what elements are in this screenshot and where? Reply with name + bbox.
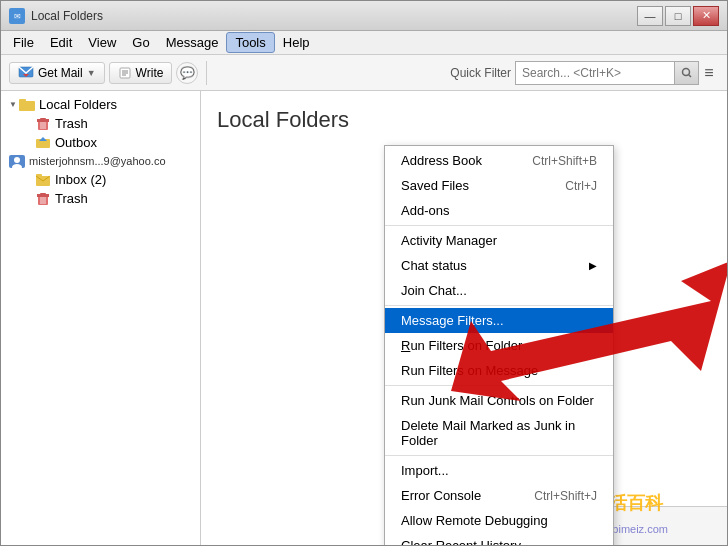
- expand-icon[interactable]: ▼: [7, 99, 19, 111]
- content-title: Local Folders: [217, 107, 711, 133]
- menu-delete-junk[interactable]: Delete Mail Marked as Junk in Folder: [385, 413, 613, 453]
- write-button[interactable]: Write: [109, 62, 173, 84]
- sidebar-item-trash-2[interactable]: Trash: [1, 189, 200, 208]
- saved-files-label: Saved Files: [401, 178, 469, 193]
- search-input[interactable]: [515, 61, 675, 85]
- outbox-icon: [35, 136, 51, 150]
- sidebar-item-inbox[interactable]: Inbox (2): [1, 170, 200, 189]
- local-folders-label: Local Folders: [39, 97, 194, 112]
- trash-1-label: Trash: [55, 116, 194, 131]
- separator-1: [385, 225, 613, 226]
- toolbar: Get Mail ▼ Write 💬 Quick Filter: [1, 55, 727, 91]
- app-icon: ✉: [9, 8, 25, 24]
- sidebar-item-outbox[interactable]: Outbox: [1, 133, 200, 152]
- saved-files-shortcut: Ctrl+J: [565, 179, 597, 193]
- title-bar: ✉ Local Folders — □ ✕: [1, 1, 727, 31]
- address-book-shortcut: Ctrl+Shift+B: [532, 154, 597, 168]
- svg-line-9: [688, 74, 691, 77]
- chat-icon: 💬: [180, 66, 195, 80]
- svg-rect-14: [40, 118, 46, 120]
- get-mail-label: Get Mail: [38, 66, 83, 80]
- menu-edit[interactable]: Edit: [42, 33, 80, 52]
- trash-2-label: Trash: [55, 191, 194, 206]
- dropdown-overlay: Address Book Ctrl+Shift+B Saved Files Ct…: [201, 145, 727, 545]
- expand-spacer: [23, 137, 35, 149]
- import-label: Import...: [401, 463, 449, 478]
- local-folders-icon: [19, 98, 35, 112]
- write-icon: [118, 66, 132, 80]
- sidebar: ▼ Local Folders: [1, 91, 201, 545]
- menu-view[interactable]: View: [80, 33, 124, 52]
- inbox-label: Inbox (2): [55, 172, 194, 187]
- menu-go[interactable]: Go: [124, 33, 157, 52]
- menu-bar: File Edit View Go Message Tools Help: [1, 31, 727, 55]
- svg-point-21: [14, 157, 20, 163]
- message-filters-label: Message Filters...: [401, 313, 504, 328]
- get-mail-arrow[interactable]: ▼: [87, 68, 96, 78]
- quick-filter-label: Quick Filter: [450, 66, 511, 80]
- sidebar-item-account[interactable]: misterjohnsm...9@yahoo.co: [1, 152, 200, 170]
- menu-chat-status[interactable]: Chat status ▶: [385, 253, 613, 278]
- window-controls: — □ ✕: [637, 6, 719, 26]
- delete-junk-label: Delete Mail Marked as Junk in Folder: [401, 418, 597, 448]
- menu-allow-remote-debug[interactable]: Allow Remote Debugging: [385, 508, 613, 533]
- write-label: Write: [136, 66, 164, 80]
- chat-status-label: Chat status: [401, 258, 467, 273]
- search-button[interactable]: [675, 61, 699, 85]
- account-label: misterjohnsm...9@yahoo.co: [29, 155, 169, 167]
- trash-icon-2: [35, 192, 51, 206]
- separator-2: [385, 305, 613, 306]
- sidebar-item-local-folders[interactable]: ▼ Local Folders: [1, 95, 200, 114]
- expand-spacer: [23, 193, 35, 205]
- window-title: Local Folders: [31, 9, 637, 23]
- main-area: ▼ Local Folders: [1, 91, 727, 545]
- allow-remote-debug-label: Allow Remote Debugging: [401, 513, 548, 528]
- menu-run-filters-message[interactable]: Run Filters on Message: [385, 358, 613, 383]
- expand-spacer: [23, 118, 35, 130]
- menu-saved-files[interactable]: Saved Files Ctrl+J: [385, 173, 613, 198]
- menu-message-filters[interactable]: Message Filters...: [385, 308, 613, 333]
- menu-run-filters-folder[interactable]: Run Filters on Folder: [385, 333, 613, 358]
- sidebar-item-trash-1[interactable]: Trash: [1, 114, 200, 133]
- account-icon: [9, 154, 25, 168]
- get-mail-button[interactable]: Get Mail ▼: [9, 62, 105, 84]
- search-icon: [681, 67, 693, 79]
- error-console-label: Error Console: [401, 488, 481, 503]
- run-filters-folder-label: Run Filters on Folder: [401, 338, 522, 353]
- trash-icon-1: [35, 117, 51, 131]
- menu-help[interactable]: Help: [275, 33, 318, 52]
- menu-add-ons[interactable]: Add-ons: [385, 198, 613, 223]
- menu-tools[interactable]: Tools: [226, 32, 274, 53]
- menu-import[interactable]: Import...: [385, 458, 613, 483]
- close-button[interactable]: ✕: [693, 6, 719, 26]
- menu-error-console[interactable]: Error Console Ctrl+Shift+J: [385, 483, 613, 508]
- run-junk-label: Run Junk Mail Controls on Folder: [401, 393, 594, 408]
- menu-join-chat[interactable]: Join Chat...: [385, 278, 613, 303]
- main-window: ✉ Local Folders — □ ✕ File Edit View Go …: [0, 0, 728, 546]
- chat-status-arrow: ▶: [589, 260, 597, 271]
- minimize-button[interactable]: —: [637, 6, 663, 26]
- separator-4: [385, 455, 613, 456]
- chat-button[interactable]: 💬: [176, 62, 198, 84]
- menu-clear-history[interactable]: Clear Recent History...: [385, 533, 613, 545]
- menu-message[interactable]: Message: [158, 33, 227, 52]
- menu-address-book[interactable]: Address Book Ctrl+Shift+B: [385, 148, 613, 173]
- separator-3: [385, 385, 613, 386]
- menu-run-junk[interactable]: Run Junk Mail Controls on Folder: [385, 388, 613, 413]
- search-box: Quick Filter ≡: [450, 61, 719, 85]
- folder-tree: ▼ Local Folders: [1, 91, 200, 212]
- error-console-shortcut: Ctrl+Shift+J: [534, 489, 597, 503]
- svg-point-8: [682, 68, 689, 75]
- add-ons-label: Add-ons: [401, 203, 449, 218]
- toolbar-separator: [206, 61, 207, 85]
- svg-rect-11: [19, 99, 26, 103]
- content-area: Local Folders ⚙ Manage message filters A…: [201, 91, 727, 545]
- toolbar-menu-button[interactable]: ≡: [699, 61, 719, 85]
- tools-dropdown-menu: Address Book Ctrl+Shift+B Saved Files Ct…: [384, 145, 614, 545]
- inbox-icon: [35, 173, 51, 187]
- menu-activity-manager[interactable]: Activity Manager: [385, 228, 613, 253]
- svg-text:✉: ✉: [14, 12, 21, 21]
- address-book-label: Address Book: [401, 153, 482, 168]
- menu-file[interactable]: File: [5, 33, 42, 52]
- maximize-button[interactable]: □: [665, 6, 691, 26]
